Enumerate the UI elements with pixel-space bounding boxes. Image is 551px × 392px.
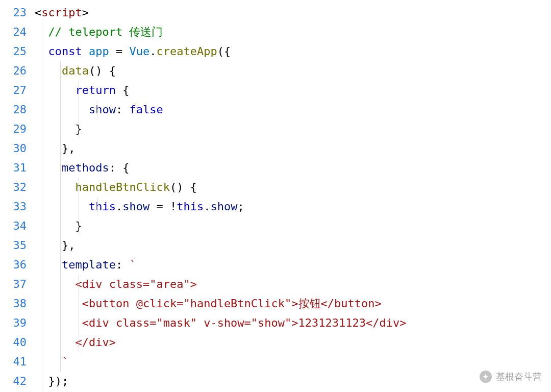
code-line[interactable]: data() { bbox=[35, 61, 551, 81]
code-area[interactable]: <script> // teleport 传送门 const app = Vue… bbox=[32, 0, 551, 392]
code-line[interactable]: <div class="area"> bbox=[35, 275, 551, 294]
token-prop: show bbox=[210, 200, 237, 213]
token-fn: createApp bbox=[156, 45, 217, 58]
code-line[interactable]: template: ` bbox=[35, 255, 551, 275]
line-number-gutter: 2324252627282930313233343536373839404142 bbox=[0, 0, 32, 392]
code-line[interactable]: </div> bbox=[35, 333, 551, 352]
line-number: 42 bbox=[0, 372, 27, 391]
token-bool: false bbox=[129, 103, 163, 116]
token-kw: this bbox=[89, 200, 116, 213]
line-number: 24 bbox=[0, 22, 27, 42]
code-line[interactable]: ` bbox=[35, 352, 551, 372]
token-op: ! bbox=[170, 200, 177, 213]
line-number: 25 bbox=[0, 42, 27, 61]
token-tmpl: <div class="area"> bbox=[75, 278, 196, 290]
token-pn: < bbox=[35, 6, 41, 19]
code-line[interactable]: this.show = !this.show; bbox=[35, 197, 551, 216]
token-pn: : bbox=[116, 258, 130, 271]
line-number: 34 bbox=[0, 216, 27, 236]
watermark-label: 基根奋斗营 bbox=[496, 371, 542, 383]
code-line[interactable]: handleBtnClick() { bbox=[35, 178, 551, 197]
token-prop: methods bbox=[62, 161, 109, 174]
line-number: 38 bbox=[0, 294, 27, 313]
token-pn: { bbox=[116, 84, 130, 96]
token-pn: }, bbox=[62, 239, 76, 252]
line-number: 23 bbox=[0, 3, 27, 22]
token-pn: . bbox=[204, 200, 210, 213]
token-pn: > bbox=[82, 6, 89, 19]
line-number: 27 bbox=[0, 81, 27, 100]
token-pn: ({ bbox=[217, 45, 231, 58]
token-pn bbox=[109, 45, 116, 58]
token-tag: script bbox=[41, 6, 82, 19]
line-number: 26 bbox=[0, 61, 27, 81]
line-number: 36 bbox=[0, 255, 27, 275]
line-number: 29 bbox=[0, 119, 27, 139]
code-line[interactable]: }, bbox=[35, 139, 551, 158]
token-pn: . bbox=[149, 45, 156, 58]
code-line[interactable]: return { bbox=[35, 81, 551, 100]
token-pn bbox=[122, 45, 129, 58]
line-number: 33 bbox=[0, 197, 27, 216]
line-number: 28 bbox=[0, 100, 27, 119]
token-tmpl: ` bbox=[129, 258, 136, 271]
line-number: 30 bbox=[0, 139, 27, 158]
token-pn bbox=[163, 200, 170, 213]
code-line[interactable]: <script> bbox=[35, 3, 551, 22]
line-number: 32 bbox=[0, 178, 27, 197]
token-pn: . bbox=[116, 200, 122, 213]
token-tmpl: ` bbox=[62, 355, 68, 368]
code-editor[interactable]: 2324252627282930313233343536373839404142… bbox=[0, 0, 551, 392]
code-line[interactable]: } bbox=[35, 119, 551, 139]
token-prop: show bbox=[89, 103, 116, 116]
token-pn bbox=[82, 45, 89, 58]
token-pn: : bbox=[116, 103, 130, 116]
token-tmpl: <button @click="handleBtnClick">按钮</butt… bbox=[75, 297, 381, 310]
token-var: Vue bbox=[129, 45, 149, 58]
code-line[interactable]: } bbox=[35, 216, 551, 236]
code-line[interactable]: <button @click="handleBtnClick">按钮</butt… bbox=[35, 294, 551, 313]
token-pn: ; bbox=[237, 200, 244, 213]
token-kw: return bbox=[75, 84, 115, 96]
token-op: = bbox=[156, 200, 163, 213]
line-number: 37 bbox=[0, 275, 27, 294]
line-number: 41 bbox=[0, 352, 27, 372]
watermark: ✦ 基根奋斗营 bbox=[480, 371, 542, 383]
token-pn: }); bbox=[48, 375, 69, 387]
token-pn: () { bbox=[89, 64, 116, 77]
token-op: = bbox=[116, 45, 122, 58]
token-kw: const bbox=[48, 45, 82, 58]
token-kw: this bbox=[177, 200, 204, 213]
token-pn bbox=[149, 200, 156, 213]
code-line[interactable]: }, bbox=[35, 236, 551, 255]
token-fn: handleBtnClick bbox=[75, 181, 169, 193]
token-pn: }, bbox=[62, 142, 76, 155]
token-var: app bbox=[89, 45, 109, 58]
code-line[interactable]: // teleport 传送门 bbox=[35, 22, 551, 42]
token-pn: : { bbox=[109, 161, 130, 174]
token-cmt: // teleport 传送门 bbox=[48, 26, 163, 38]
token-tmpl: </div> bbox=[75, 336, 115, 349]
token-fn: data bbox=[62, 64, 89, 77]
code-line[interactable]: }); bbox=[35, 372, 551, 391]
line-number: 31 bbox=[0, 158, 27, 178]
line-number: 40 bbox=[0, 333, 27, 352]
code-line[interactable]: const app = Vue.createApp({ bbox=[35, 42, 551, 61]
line-number: 39 bbox=[0, 313, 27, 333]
token-prop: show bbox=[122, 200, 149, 213]
code-line[interactable]: methods: { bbox=[35, 158, 551, 178]
code-line[interactable]: show: false bbox=[35, 100, 551, 119]
code-line[interactable]: <div class="mask" v-show="show">12312311… bbox=[35, 313, 551, 333]
token-pn: () { bbox=[170, 181, 197, 193]
token-tmpl: <div class="mask" v-show="show">12312311… bbox=[75, 316, 406, 329]
wechat-icon: ✦ bbox=[480, 371, 492, 383]
line-number: 35 bbox=[0, 236, 27, 255]
token-prop: template bbox=[62, 258, 116, 271]
